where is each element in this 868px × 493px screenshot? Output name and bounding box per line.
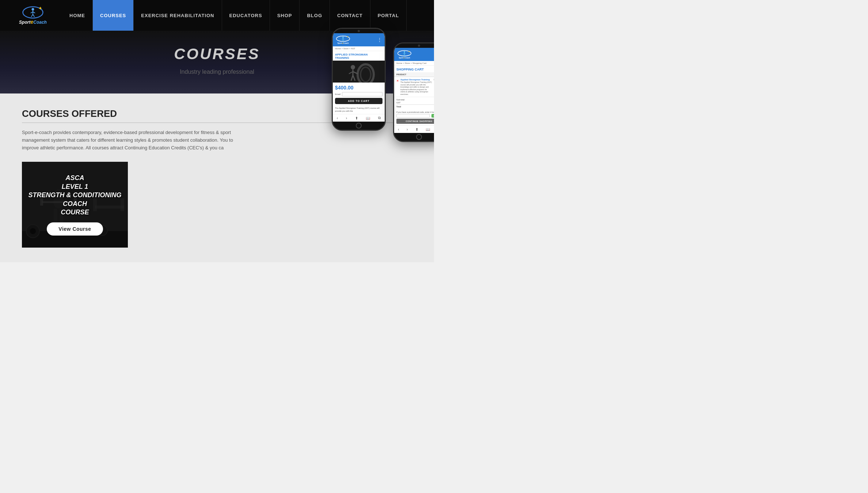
phone-breadcrumb: Home > Store > AST	[333, 46, 385, 51]
cart-subtotal-row: Sub-total $363.64	[396, 99, 434, 101]
svg-line-29	[343, 38, 344, 39]
phone-home-button[interactable]	[333, 122, 385, 130]
phone-screen: ✦ SporteCoach ⋮ Home > Store > AST APPLI…	[333, 33, 385, 122]
cart-promo-section: If you have a promotional code, enter it…	[394, 110, 434, 119]
svg-line-5	[31, 14, 33, 17]
svg-point-1	[32, 8, 34, 11]
navbar: ✦ Sport e Coach HOME COURSES EXERCISE RE…	[0, 0, 434, 31]
cart-item-info: Applied Strongman Training The Applied S…	[400, 79, 432, 95]
svg-point-36	[351, 65, 355, 69]
cart-title: SHOPPING CART	[394, 66, 434, 72]
phone-header: ✦ SporteCoach ⋮	[333, 33, 385, 46]
phone-email-input[interactable]	[342, 92, 382, 96]
main-content: COURSES OFFERED Sport-e-coach provides c…	[0, 93, 434, 262]
cart-phone-forward-icon[interactable]: ›	[407, 127, 408, 131]
description-text: Sport-e-coach provides contemporary, evi…	[22, 129, 241, 152]
phone-product-title: APPLIED STRONGMAN TRAINING	[333, 51, 385, 61]
promo-row: APPLY	[396, 114, 434, 118]
phone-notch	[333, 29, 385, 33]
svg-point-43	[404, 51, 405, 52]
gst-label: GST	[396, 102, 400, 104]
svg-line-6	[33, 14, 34, 17]
nav-blog[interactable]: BLOG	[300, 0, 330, 31]
cart-total-row: Total $400.00	[396, 104, 434, 108]
nav-courses[interactable]: COURSES	[93, 0, 134, 31]
phone-product-image	[333, 61, 385, 83]
cart-item-name: Applied Strongman Training	[400, 79, 432, 81]
phone-nav-bar: ‹ › ⬆ 📖 ⧉	[333, 114, 385, 122]
cart-phone-back-icon[interactable]: ‹	[398, 127, 399, 131]
view-course-button[interactable]: View Course	[47, 222, 103, 236]
svg-text:✦: ✦	[408, 50, 410, 53]
subtotal-label: Sub-total	[396, 99, 404, 101]
svg-line-30	[342, 40, 343, 41]
svg-line-31	[343, 40, 344, 41]
nav-portal[interactable]: PORTAL	[370, 0, 407, 31]
svg-line-4	[33, 12, 35, 13]
svg-line-46	[404, 53, 406, 54]
continue-shopping-button[interactable]: CONTINUE SHOPPING	[396, 119, 434, 124]
promo-text: If you have a promotional code, enter it…	[396, 111, 434, 113]
svg-text:✦: ✦	[347, 36, 349, 38]
cart-remove-icon[interactable]: ✕	[396, 79, 399, 95]
phone-back-icon[interactable]: ‹	[337, 116, 338, 120]
cart-phone-share-icon[interactable]: ⬆	[415, 127, 418, 131]
cart-table-header: PRODUCT TOTAL	[394, 72, 434, 77]
course-card[interactable]: ASCA LEVEL 1 STRENGTH & CONDITIONING COA…	[22, 162, 128, 248]
svg-line-45	[403, 53, 404, 54]
cart-col-product: PRODUCT	[396, 73, 406, 76]
phone-bookmark-icon[interactable]: 📖	[366, 116, 370, 120]
apply-button[interactable]: APPLY	[431, 114, 434, 118]
phone-tabs-icon[interactable]: ⧉	[378, 116, 381, 120]
phone-product-description: The Applied Strongman Training (AST) cou…	[333, 106, 385, 114]
phone-forward-icon[interactable]: ›	[346, 116, 347, 120]
phone-share-icon[interactable]: ⬆	[355, 116, 358, 120]
phones-container: ✦ SporteCoach ⋮ Home > Store > AST APPLI…	[332, 28, 434, 142]
nav-home[interactable]: HOME	[62, 0, 93, 31]
phone-price: $400.00	[333, 83, 385, 92]
svg-line-28	[342, 38, 343, 39]
course-card-content: ASCA LEVEL 1 STRENGTH & CONDITIONING COA…	[22, 170, 128, 239]
svg-line-48	[404, 54, 405, 56]
cart-item-description: The Applied Strongman Training (AST) cou…	[400, 81, 432, 95]
cart-item: ✕ Applied Strongman Training The Applied…	[394, 77, 434, 97]
cart-phone-bookmark-icon[interactable]: 📖	[426, 127, 430, 131]
phone-cart-nav-bar: ‹ › ⬆ 📖 ⧉	[394, 125, 434, 133]
phone-cart-home-button[interactable]	[394, 133, 434, 141]
promo-input[interactable]	[396, 114, 430, 118]
nav-shop[interactable]: SHOP	[270, 0, 300, 31]
phone-notch-2	[394, 43, 434, 48]
svg-point-26	[342, 37, 343, 38]
phone-email-row: Email	[333, 92, 385, 98]
nav-educators[interactable]: EDUCATORS	[222, 0, 270, 31]
phone-cart-header: ✦ SporteCoach ⋮	[394, 48, 434, 61]
svg-line-47	[404, 54, 404, 56]
cart-item-price: $400.00	[434, 79, 434, 95]
nav-exercise-rehab[interactable]: EXERCISE REHABILITATION	[134, 0, 222, 31]
phone-product-page: ✦ SporteCoach ⋮ Home > Store > AST APPLI…	[332, 28, 386, 131]
phone-cart-breadcrumb: Home > Store > Shopping Cart	[394, 61, 434, 66]
nav-contact[interactable]: CONTACT	[330, 0, 370, 31]
phone-cart-screen: ✦ SporteCoach ⋮ Home > Store > Shopping …	[394, 48, 434, 133]
phone-email-label: Email	[335, 93, 340, 95]
svg-line-3	[31, 12, 33, 13]
svg-text:✦: ✦	[38, 6, 42, 11]
phone-add-to-cart-button[interactable]: ADD TO CART	[335, 98, 382, 104]
course-card-title: ASCA LEVEL 1 STRENGTH & CONDITIONING COA…	[26, 174, 124, 217]
total-label: Total	[396, 106, 401, 108]
nav-menu: HOME COURSES EXERCISE REHABILITATION EDU…	[62, 0, 430, 31]
cart-subtotals: Sub-total $363.64 GST $36.36 Total $400.…	[394, 97, 434, 110]
phone-more-icon[interactable]: ⋮	[377, 37, 382, 42]
logo[interactable]: ✦ Sport e Coach	[4, 6, 62, 25]
cart-gst-row: GST $36.36	[396, 102, 434, 104]
phone-cart-page: ✦ SporteCoach ⋮ Home > Store > Shopping …	[393, 42, 434, 142]
